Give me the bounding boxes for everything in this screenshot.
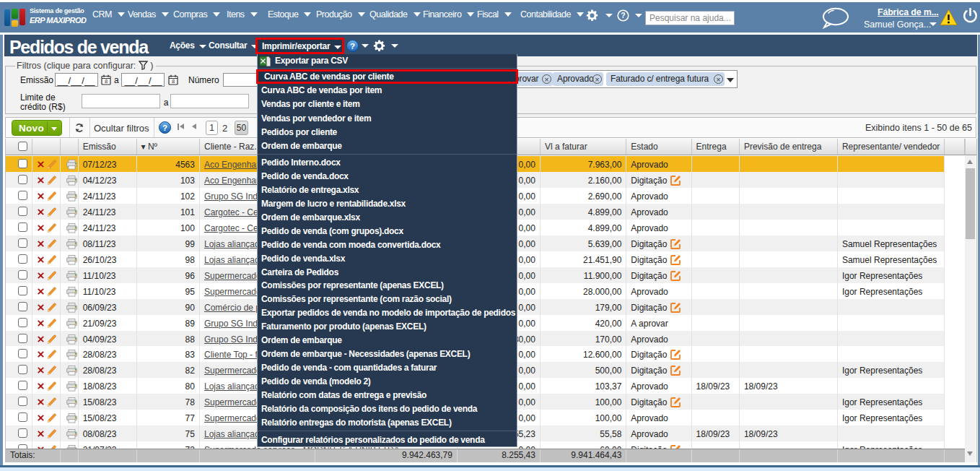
svg-text:?: ? bbox=[350, 42, 355, 51]
svg-text:?: ? bbox=[162, 124, 167, 132]
svg-text:8: 8 bbox=[105, 78, 108, 85]
svg-text:8: 8 bbox=[172, 78, 175, 85]
svg-text:?: ? bbox=[621, 11, 625, 20]
